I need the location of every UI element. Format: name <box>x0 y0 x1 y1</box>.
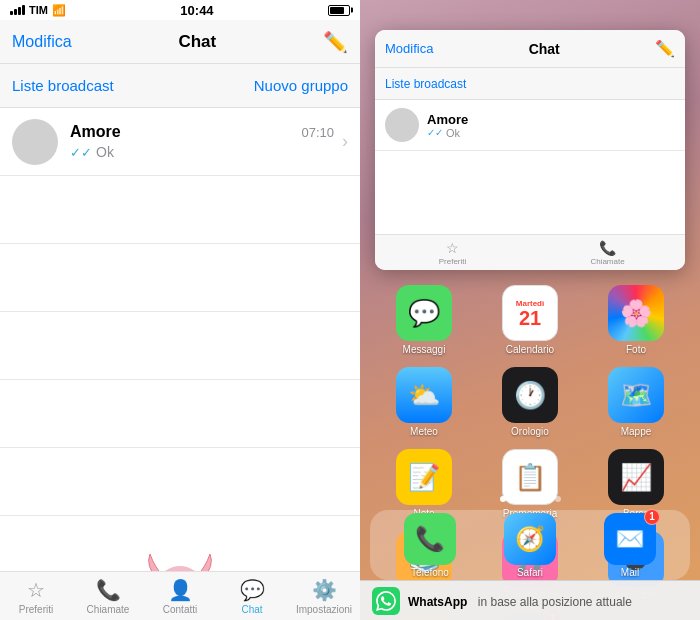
page-dots <box>360 496 700 502</box>
whatsapp-screen: TIM 📶 10:44 Modifica Chat ✏️ Liste broad… <box>0 0 360 620</box>
tab-chiamate-label: Chiamate <box>87 604 130 615</box>
action-bar: Liste broadcast Nuovo gruppo <box>0 64 360 108</box>
chat-name: Amore <box>70 123 121 141</box>
card-read-receipt: ✓✓ <box>427 127 443 138</box>
mail-icon: ✉️ 1 <box>604 513 656 565</box>
card-phone-icon: 📞 <box>599 240 616 256</box>
calendario-icon: Martedì 21 <box>502 285 558 341</box>
card-chat-preview: ✓✓ Ok <box>427 127 468 139</box>
avatar <box>12 119 58 165</box>
app-foto[interactable]: 🌸 Foto <box>587 285 685 355</box>
person-icon: 👤 <box>168 578 193 602</box>
edit-button[interactable]: Modifica <box>12 33 72 51</box>
app-promemoria[interactable]: 📋 Promemoria <box>481 449 579 519</box>
dot-5 <box>544 496 550 502</box>
dock-safari[interactable]: 🧭 Safari <box>504 513 556 578</box>
new-group-button[interactable]: Nuovo gruppo <box>254 77 348 94</box>
messaggi-label: Messaggi <box>403 344 446 355</box>
wa-notif-icon <box>372 587 400 615</box>
tab-preferiti[interactable]: ☆ Preferiti <box>0 578 72 615</box>
card-broadcast-label: Liste broadcast <box>385 77 466 91</box>
whatsapp-logo <box>376 591 396 611</box>
chat-icon: 💬 <box>240 578 265 602</box>
dot-2 <box>511 496 517 502</box>
dot-3 <box>522 496 528 502</box>
foto-icon: 🌸 <box>608 285 664 341</box>
chat-name-row: Amore 07:10 <box>70 123 334 141</box>
chat-list: Amore 07:10 ✓✓ Ok › <box>0 108 360 571</box>
tab-impostazioni-label: Impostazioni <box>296 604 352 615</box>
wa-notif-text: WhatsApp in base alla posizione attuale <box>408 592 632 610</box>
logo-area <box>0 516 360 571</box>
app-mappe[interactable]: 🗺️ Mappe <box>587 367 685 437</box>
card-tab-chiamate: 📞 Chiamate <box>530 235 685 270</box>
app-calendario[interactable]: Martedì 21 Calendario <box>481 285 579 355</box>
dot-4 <box>533 496 539 502</box>
card-chat-info: Amore ✓✓ Ok <box>427 112 468 139</box>
dot-1 <box>500 496 506 502</box>
nav-bar: Modifica Chat ✏️ <box>0 20 360 64</box>
broadcast-link[interactable]: Liste broadcast <box>12 77 114 94</box>
switcher-card[interactable]: Modifica Chat ✏️ Liste broadcast Amore ✓… <box>375 30 685 270</box>
battery-icon <box>328 5 350 16</box>
dock-telefono[interactable]: 📞 Telefono <box>404 513 456 578</box>
empty-row-4 <box>0 380 360 448</box>
meteo-icon: ⛅ <box>396 367 452 423</box>
app-borsa[interactable]: 📈 Borsa <box>587 449 685 519</box>
viking-logo <box>140 536 220 571</box>
telefono-icon: 📞 <box>404 513 456 565</box>
dock-mail[interactable]: ✉️ 1 Mail <box>604 513 656 578</box>
last-message: Ok <box>96 144 114 160</box>
chat-info: Amore 07:10 ✓✓ Ok <box>70 123 334 160</box>
tab-contatti[interactable]: 👤 Contatti <box>144 578 216 615</box>
tab-bar: ☆ Preferiti 📞 Chiamate 👤 Contatti 💬 Chat… <box>0 571 360 620</box>
empty-row-2 <box>0 244 360 312</box>
messaggi-icon: 💬 <box>396 285 452 341</box>
card-tab-preferiti-label: Preferiti <box>439 257 467 266</box>
app-messaggi[interactable]: 💬 Messaggi <box>375 285 473 355</box>
tab-impostazioni[interactable]: ⚙️ Impostazioni <box>288 578 360 615</box>
mail-label: Mail <box>621 567 639 578</box>
card-chat-item: Amore ✓✓ Ok <box>375 100 685 151</box>
card-tab-bar: ☆ Preferiti 📞 Chiamate <box>375 234 685 270</box>
app-orologio[interactable]: 🕐 Orologio <box>481 367 579 437</box>
wa-notif-message: in base alla posizione attuale <box>478 595 632 609</box>
card-action-bar: Liste broadcast <box>375 68 685 100</box>
orologio-label: Orologio <box>511 426 549 437</box>
chat-preview: ✓✓ Ok <box>70 144 334 160</box>
tab-chat[interactable]: 💬 Chat <box>216 578 288 615</box>
card-star-icon: ☆ <box>446 240 459 256</box>
orologio-icon: 🕐 <box>502 367 558 423</box>
status-bar: TIM 📶 10:44 <box>0 0 360 20</box>
wa-notification: WhatsApp in base alla posizione attuale <box>360 580 700 620</box>
calendario-label: Calendario <box>506 344 554 355</box>
empty-row-5 <box>0 448 360 516</box>
mappe-icon: 🗺️ <box>608 367 664 423</box>
ios-dock: 📞 Telefono 🧭 Safari ✉️ 1 Mail <box>370 510 690 580</box>
app-meteo[interactable]: ⛅ Meteo <box>375 367 473 437</box>
chevron-right-icon: › <box>342 131 348 152</box>
card-chat-name: Amore <box>427 112 468 127</box>
compose-button[interactable]: ✏️ <box>323 30 348 54</box>
chat-item-amore[interactable]: Amore 07:10 ✓✓ Ok › <box>0 108 360 176</box>
tab-preferiti-label: Preferiti <box>19 604 53 615</box>
card-compose-icon: ✏️ <box>655 39 675 58</box>
card-edit-label: Modifica <box>385 41 433 56</box>
tab-contatti-label: Contatti <box>163 604 197 615</box>
mappe-label: Mappe <box>621 426 652 437</box>
meteo-label: Meteo <box>410 426 438 437</box>
card-avatar <box>385 108 419 142</box>
safari-label: Safari <box>517 567 543 578</box>
chat-time: 07:10 <box>301 125 334 140</box>
dot-6 <box>555 496 561 502</box>
telefono-label: Telefono <box>411 567 449 578</box>
status-left: TIM 📶 <box>10 4 66 17</box>
app-note[interactable]: 📝 Note <box>375 449 473 519</box>
tab-chiamate[interactable]: 📞 Chiamate <box>72 578 144 615</box>
foto-label: Foto <box>626 344 646 355</box>
read-receipt-icon: ✓✓ <box>70 145 92 160</box>
safari-icon: 🧭 <box>504 513 556 565</box>
status-right <box>328 5 350 16</box>
card-title: Chat <box>529 41 560 57</box>
tab-chat-label: Chat <box>241 604 262 615</box>
